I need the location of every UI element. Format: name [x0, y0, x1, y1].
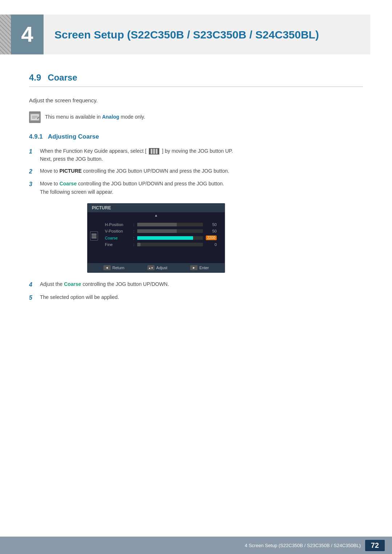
coarse-bold-3: Coarse — [60, 181, 77, 186]
monitor-body: H-Position : 50 V-Position : — [87, 218, 225, 259]
section-heading: 4.9 Coarse — [29, 73, 363, 87]
note-text: This menu is available in Analog mode on… — [45, 111, 145, 121]
section-number: 4.9 — [29, 73, 41, 83]
footer-return-btn: ◄ Return — [103, 265, 124, 270]
section-title: Coarse — [48, 73, 77, 83]
steps-list-2: 4 Adjust the Coarse controlling the JOG … — [29, 280, 363, 302]
monitor-title-text: PICTURE — [92, 205, 111, 210]
step-4: 4 Adjust the Coarse controlling the JOG … — [29, 280, 363, 290]
monitor-row-coarse: Coarse : 2200 — [101, 234, 221, 241]
step-2: 2 Move to PICTURE controlling the JOG bu… — [29, 167, 363, 176]
monitor-title-bar: PICTURE — [87, 204, 225, 212]
monitor-row-v-position: V-Position : 50 — [101, 228, 221, 234]
step-1: 1 When the Function Key Guide appears, s… — [29, 147, 363, 163]
footer-enter-btn: ► Enter — [190, 265, 209, 270]
chapter-header: 4 Screen Setup (S22C350B / S23C350B / S2… — [0, 0, 392, 65]
monitor-row-h-position: H-Position : 50 — [101, 221, 221, 228]
subsection-heading: 4.9.1 Adjusting Coarse — [29, 133, 363, 140]
note-box: This menu is available in Analog mode on… — [29, 111, 363, 123]
monitor-screenshot: PICTURE ▲ H-Position — [87, 203, 225, 273]
steps-list: 1 When the Function Key Guide appears, s… — [29, 147, 363, 196]
note-icon — [29, 111, 41, 123]
jog-icon — [149, 148, 159, 155]
footer-text: 4 Screen Setup (S22C350B / S23C350B / S2… — [245, 543, 360, 548]
intro-text: Adjust the screen frequency. — [29, 96, 363, 105]
monitor-jog-symbol — [90, 231, 98, 241]
step-5: 5 The selected option will be applied. — [29, 293, 363, 303]
chapter-number: 4 — [21, 24, 33, 45]
picture-bold: PICTURE — [60, 168, 82, 174]
chapter-title: Screen Setup (S22C350B / S23C350B / S24C… — [54, 28, 319, 42]
chapter-title-block: Screen Setup (S22C350B / S23C350B / S24C… — [44, 15, 370, 54]
decorative-lines — [0, 15, 11, 54]
page-footer: 4 Screen Setup (S22C350B / S23C350B / S2… — [0, 537, 392, 554]
chapter-number-block: 4 — [11, 15, 44, 54]
monitor-row-fine: Fine : 0 — [101, 241, 221, 248]
footer-adjust-btn: ▲▼ Adjust — [147, 265, 168, 270]
subsection-number: 4.9.1 — [29, 133, 43, 140]
step-3: 3 Move to Coarse controlling the JOG but… — [29, 180, 363, 196]
main-content: 4.9 Coarse Adjust the screen frequency. … — [0, 65, 392, 335]
monitor-footer: ◄ Return ▲▼ Adjust ► Enter — [87, 263, 225, 272]
coarse-bold-4: Coarse — [64, 281, 81, 287]
monitor-rows: H-Position : 50 V-Position : — [101, 221, 221, 249]
monitor-arrow-up: ▲ — [87, 212, 225, 218]
footer-page-number: 72 — [365, 540, 385, 551]
subsection-title: Adjusting Coarse — [48, 133, 99, 140]
